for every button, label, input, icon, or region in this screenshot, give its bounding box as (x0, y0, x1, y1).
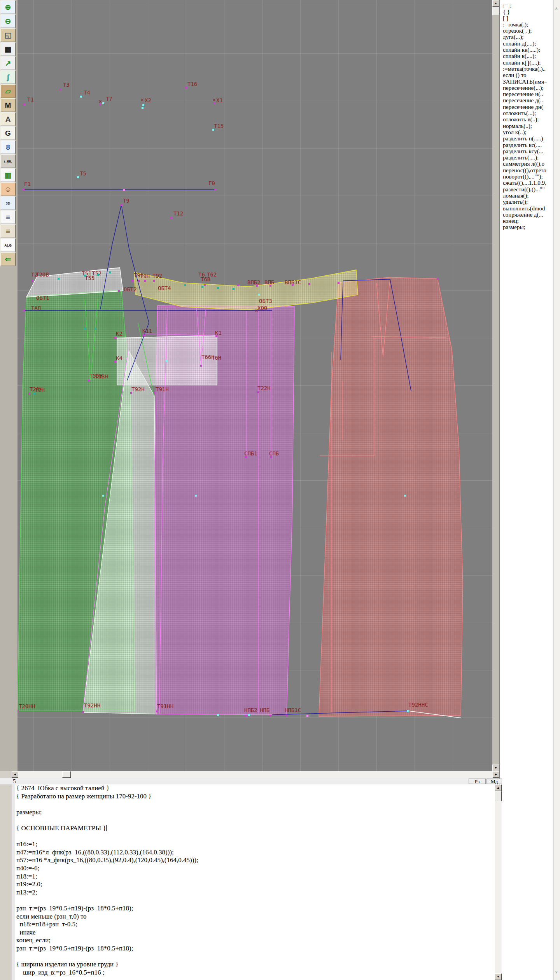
command-item[interactable]: перенос((),отрезо (500, 167, 554, 173)
point-label: ВПБ2 (247, 280, 261, 285)
script-list-icon: ≡ (6, 213, 10, 222)
construction-point (144, 280, 146, 282)
command-item[interactable]: симметрия л((),о (500, 161, 554, 167)
alg-button[interactable]: ALG (0, 238, 16, 252)
editor-scroll-down-button[interactable]: ▼ (495, 973, 502, 980)
editor-line: п13:=2; (15, 889, 495, 897)
point-label: НПБ1С (285, 708, 301, 713)
scroll-right-button[interactable]: ► (493, 771, 499, 778)
construction-point (118, 290, 120, 292)
command-item[interactable]: := ; (500, 2, 554, 9)
command-item[interactable]: сплайн к∏(,...); (500, 60, 554, 66)
command-item[interactable]: пересечение дн( (500, 104, 554, 110)
command-item[interactable]: отрезок( , ); (500, 28, 554, 34)
canvas-hscrollbar[interactable]: ◄ ► (12, 771, 499, 778)
command-item[interactable]: развести((),()..."" (500, 186, 554, 192)
command-item[interactable]: :=точка(,); (500, 21, 554, 28)
exit-icon: ⇐ (5, 255, 11, 264)
point-label: Т92Н (131, 387, 145, 392)
command-item[interactable]: удалить(); (500, 199, 554, 205)
command-item[interactable]: пересечение н(.. (500, 91, 554, 97)
spreadsheet-button[interactable]: ▥ (0, 168, 16, 182)
command-item[interactable]: размеры; (500, 224, 554, 230)
editor-line (15, 800, 495, 808)
threed-button[interactable]: 3D (0, 196, 16, 210)
canvas-vscrollbar[interactable]: ▲ ▼ (492, 0, 499, 771)
size-numbers-button[interactable]: 8 (0, 140, 16, 154)
command-item[interactable]: разделить ксу(... (500, 148, 554, 154)
command-item[interactable]: ЗАПИСАТЬ(имя= (500, 79, 554, 85)
mode-rz-button[interactable]: Рз (469, 779, 486, 784)
panel-scrollbar[interactable]: ∧ ∨ (553, 0, 560, 980)
command-item[interactable]: ломаная(); (500, 192, 554, 199)
photo-button[interactable]: ☺ (0, 182, 16, 196)
construction-point (80, 96, 82, 98)
exit-button[interactable]: ⇐ (0, 252, 16, 266)
construction-point (201, 286, 203, 288)
editor-line (15, 833, 495, 841)
program-text-editor[interactable]: { 2674 Юбка с высокой талией }{ Разработ… (12, 784, 495, 980)
panel-scroll-down-icon[interactable]: ∨ (555, 970, 558, 974)
command-item[interactable]: отложить(...); (500, 110, 554, 116)
point-label: Г0 (208, 181, 215, 186)
construction-point (270, 715, 271, 717)
command-item[interactable]: разделить н(.....) (500, 135, 554, 142)
command-item[interactable]: сжать((),..,1.1.0.9, (500, 180, 554, 186)
construction-point (33, 393, 35, 395)
point-label: СПБ1 (244, 451, 257, 456)
command-item[interactable]: сплайн к(,...); (500, 53, 554, 59)
command-item[interactable]: { } (500, 9, 554, 15)
command-item[interactable]: [ ] (500, 15, 554, 21)
script-list-button[interactable]: ≡ (0, 210, 16, 224)
design-canvas[interactable]: Т1Т3Т4Т7Х2Т16Х1Т15Т5Г1Г0Т9Т12Т2Т20ВТ51Т5… (18, 0, 492, 771)
g-letter-button[interactable]: G (0, 126, 16, 140)
zoom-out-icon: ⊖ (5, 17, 11, 26)
command-item[interactable]: нормаль(..); (500, 123, 554, 129)
zoom-out-button[interactable]: ⊖ (0, 14, 16, 28)
command-item[interactable]: выполнить(dmod (500, 205, 554, 212)
pattern-piece-button[interactable]: ▱ (0, 84, 16, 98)
mode-md-button[interactable]: Мд (486, 779, 502, 784)
command-item[interactable]: сплайн д(,...); (500, 40, 554, 47)
layout-map-button[interactable]: ∫ (0, 70, 16, 84)
command-item[interactable]: сплайн кк(,....); (500, 47, 554, 53)
hscroll-thumb[interactable] (62, 771, 71, 778)
editor-vscrollbar[interactable]: ▲ ▼ (495, 784, 502, 980)
scroll-down-button[interactable]: ▼ (492, 765, 499, 771)
construction-point (23, 103, 25, 105)
command-item[interactable]: угол к(..); (500, 129, 554, 135)
construction-point (32, 280, 33, 282)
editor-line (15, 896, 495, 905)
editor-scroll-up-button[interactable]: ▲ (495, 784, 502, 791)
x-marker: ✕ (212, 98, 216, 103)
command-item[interactable]: конец; (500, 218, 554, 224)
print-preview-button[interactable]: ◱ (0, 28, 16, 42)
drafting-tools-button[interactable]: А (0, 112, 16, 126)
i66-button[interactable]: i_66. (0, 154, 16, 168)
point-label: ОБТ4 (158, 286, 171, 291)
scroll-up-button[interactable]: ▲ (492, 0, 499, 7)
point-label: ОБТ2 (124, 287, 137, 292)
command-item[interactable]: отложить в(..); (500, 116, 554, 122)
vscroll-thumb[interactable] (492, 7, 499, 15)
panel-scroll-up-icon[interactable]: ∧ (555, 6, 558, 10)
pattern-m-button[interactable]: M (0, 98, 16, 112)
command-item[interactable]: сопряжение д(... (500, 212, 554, 218)
zoom-in-button[interactable]: ⊕ (0, 0, 16, 14)
command-item[interactable]: если () то (500, 72, 554, 78)
measure-line-button[interactable]: ↗ (0, 56, 16, 70)
command-item[interactable]: разделить(....); (500, 154, 554, 161)
command-item[interactable]: :=метка(точка(,).. (500, 66, 554, 72)
editor-vscroll-thumb[interactable] (495, 791, 502, 801)
scroll-left-button[interactable]: ◄ (12, 771, 18, 778)
editor-line: п47:=п16*л_фнк(рз_16,((80,0.33),(112,0.3… (15, 849, 495, 857)
command-item[interactable]: пересечение д(.. (500, 97, 554, 103)
command-item[interactable]: разделить кс(.... (500, 142, 554, 148)
grid-button[interactable]: ▦ (0, 42, 16, 56)
command-item[interactable]: пересечение(,..); (500, 85, 554, 91)
command-item[interactable]: дуга(,..); (500, 34, 554, 40)
books-button[interactable]: ≡ (0, 224, 16, 238)
construction-point (308, 283, 310, 285)
point-label: Т9Н (140, 274, 150, 279)
command-item[interactable]: поворот((),...""); (500, 173, 554, 180)
